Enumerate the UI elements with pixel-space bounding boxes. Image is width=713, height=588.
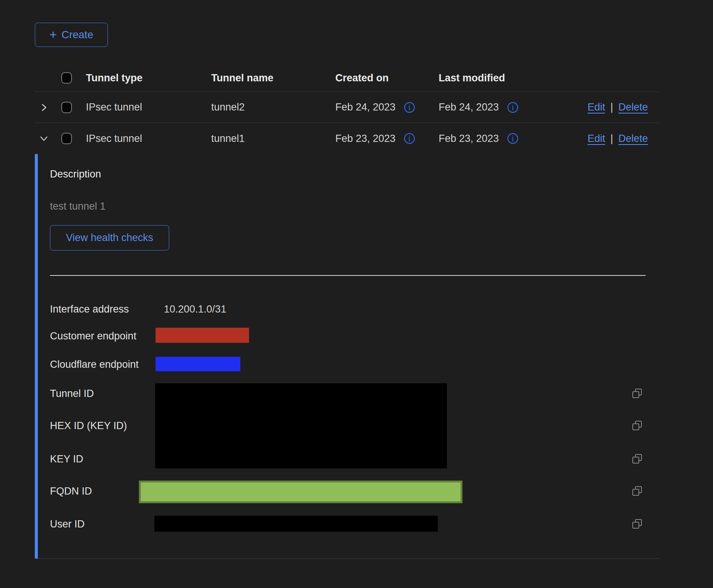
tunnel-type-cell: IPsec tunnel: [86, 101, 211, 113]
copy-icon: [632, 420, 643, 431]
chevron-down-icon[interactable]: [39, 134, 48, 143]
column-last-modified: Last modified: [439, 72, 542, 84]
copy-icon: [632, 485, 643, 497]
copy-button-key-id[interactable]: [631, 453, 644, 465]
info-icon[interactable]: i: [403, 101, 416, 114]
last-modified-cell: Feb 23, 2023: [439, 133, 499, 145]
tunnel-name-cell: tunnel2: [211, 101, 335, 113]
delete-link[interactable]: Delete: [618, 133, 648, 145]
svg-text:i: i: [512, 134, 514, 143]
cloudflare-endpoint-label: Cloudflare endpoint: [50, 358, 139, 371]
plus-icon: +: [50, 28, 57, 41]
table-row: IPsec tunnel tunnel2 Feb 24, 2023 i Feb …: [35, 92, 659, 123]
expansion-indicator-bar: [35, 154, 38, 558]
hex-id-label: HEX ID (KEY ID): [50, 419, 127, 432]
edit-link[interactable]: Edit: [587, 101, 605, 113]
customer-endpoint-label: Customer endpoint: [50, 330, 136, 342]
column-tunnel-name: Tunnel name: [211, 72, 335, 84]
svg-text:i: i: [408, 103, 411, 112]
interface-address-label: Interface address: [50, 303, 129, 316]
tunnel-id-label: Tunnel ID: [50, 387, 94, 400]
cloudflare-endpoint-redaction: [156, 357, 240, 371]
column-tunnel-type: Tunnel type: [86, 72, 211, 84]
info-icon[interactable]: i: [403, 132, 416, 145]
actions-separator: |: [610, 133, 613, 145]
tunnel-name-cell: tunnel1: [211, 133, 335, 145]
created-on-cell: Feb 23, 2023: [335, 133, 395, 145]
copy-button-user-id[interactable]: [631, 518, 644, 530]
create-button-label: Create: [61, 29, 93, 41]
expanded-panel: Description test tunnel 1 View health ch…: [35, 154, 659, 559]
copy-icon: [632, 453, 643, 465]
fqdn-id-redaction: [139, 481, 462, 503]
tunnels-table: Tunnel type Tunnel name Created on Last …: [35, 64, 659, 559]
chevron-right-icon[interactable]: [39, 103, 48, 112]
interface-address-value: 10.200.1.0/31: [164, 303, 226, 316]
delete-link[interactable]: Delete: [618, 101, 648, 113]
svg-text:i: i: [408, 134, 411, 143]
last-modified-cell: Feb 24, 2023: [439, 101, 499, 113]
copy-icon: [632, 518, 643, 530]
info-icon[interactable]: i: [506, 132, 519, 145]
tunnel-type-cell: IPsec tunnel: [86, 133, 211, 145]
actions-separator: |: [610, 101, 613, 113]
user-id-redaction: [154, 516, 438, 532]
create-button[interactable]: + Create: [35, 23, 108, 47]
column-created-on: Created on: [335, 72, 439, 84]
select-all-checkbox[interactable]: [61, 72, 72, 84]
svg-text:i: i: [512, 103, 514, 112]
copy-icon: [632, 388, 643, 399]
section-divider: [50, 275, 646, 276]
fqdn-id-label: FQDN ID: [50, 485, 92, 498]
description-value: test tunnel 1: [50, 200, 106, 213]
description-label: Description: [50, 168, 101, 180]
info-icon[interactable]: i: [506, 101, 519, 114]
created-on-cell: Feb 24, 2023: [335, 101, 395, 113]
table-row: IPsec tunnel tunnel1 Feb 23, 2023 i Feb …: [35, 123, 659, 154]
copy-button-tunnel-id[interactable]: [631, 387, 644, 400]
ids-redaction: [155, 383, 447, 468]
copy-button-hex-id[interactable]: [631, 419, 644, 432]
customer-endpoint-redaction: [156, 328, 249, 343]
copy-button-fqdn-id[interactable]: [631, 485, 644, 498]
key-id-label: KEY ID: [50, 453, 83, 465]
view-health-checks-button[interactable]: View health checks: [50, 225, 169, 250]
row-checkbox[interactable]: [61, 102, 72, 113]
row-checkbox[interactable]: [61, 133, 72, 144]
table-header: Tunnel type Tunnel name Created on Last …: [35, 64, 659, 92]
edit-link[interactable]: Edit: [587, 133, 605, 145]
user-id-label: User ID: [50, 518, 85, 530]
